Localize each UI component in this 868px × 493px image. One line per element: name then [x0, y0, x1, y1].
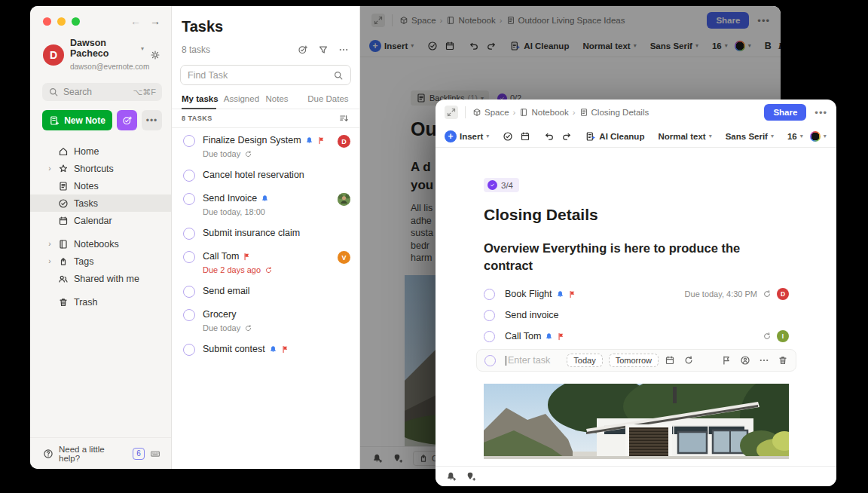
- sidebar-item-notebooks[interactable]: ›Notebooks: [30, 235, 171, 253]
- task-checkbox[interactable]: [183, 251, 195, 263]
- due-tomorrow-chip[interactable]: Tomorrow: [609, 354, 659, 367]
- recurrence-icon[interactable]: [683, 355, 694, 366]
- settings-gear-icon[interactable]: [150, 50, 160, 60]
- zoom-window-button[interactable]: [72, 17, 80, 26]
- new-note-button[interactable]: New Note: [42, 110, 112, 130]
- history-back-button[interactable]: ←: [130, 15, 141, 27]
- task-row[interactable]: Submit insurance claim: [172, 221, 359, 244]
- sidebar-item-tags[interactable]: ›Tags: [30, 253, 171, 270]
- sidebar-item-shared-with-me[interactable]: Shared with me: [30, 270, 171, 287]
- task-checkbox[interactable]: [183, 228, 195, 240]
- sidebar-item-trash[interactable]: Trash: [30, 293, 171, 311]
- breadcrumb-item-space[interactable]: Space: [472, 108, 509, 117]
- find-task-input[interactable]: Find Task: [180, 65, 351, 85]
- help-label[interactable]: Need a little help?: [59, 445, 127, 463]
- panel-more-icon[interactable]: [338, 44, 349, 55]
- insert-calendar-button[interactable]: [445, 41, 455, 51]
- task-row[interactable]: Book FlightDue today, 4:30 PMD: [484, 283, 789, 305]
- font-size-dropdown[interactable]: 16▾: [712, 41, 728, 51]
- ai-cleanup-button[interactable]: AI Cleanup: [585, 131, 644, 142]
- task-checkbox[interactable]: [183, 170, 195, 182]
- text-color-dropdown[interactable]: ▾: [810, 131, 827, 142]
- task-row[interactable]: Cancel hotel reservation: [172, 163, 359, 186]
- note-heading[interactable]: Overview Everything is here to produce t…: [484, 240, 761, 274]
- paragraph-style-dropdown[interactable]: Normal text▾: [582, 41, 636, 51]
- filter-icon[interactable]: [318, 44, 329, 55]
- bold-button[interactable]: B: [765, 41, 772, 51]
- insert-button[interactable]: +Insert▾: [369, 40, 414, 52]
- task-row[interactable]: GroceryDue today: [172, 302, 359, 337]
- flag-icon[interactable]: [721, 355, 732, 366]
- paragraph-style-dropdown[interactable]: Normal text▾: [658, 132, 711, 141]
- sort-icon[interactable]: [338, 113, 349, 124]
- task-checkbox[interactable]: [183, 135, 195, 147]
- breadcrumb-item-notebook[interactable]: Notebook: [519, 108, 568, 117]
- insert-button[interactable]: +Insert▾: [445, 130, 489, 142]
- font-family-dropdown[interactable]: Sans Serif▾: [726, 132, 774, 141]
- help-icon[interactable]: [43, 449, 53, 459]
- calendar-icon[interactable]: [665, 355, 675, 366]
- font-family-dropdown[interactable]: Sans Serif▾: [650, 41, 698, 51]
- task-row[interactable]: Finalize Design SystemDue todayD: [172, 128, 359, 163]
- sidebar-item-home[interactable]: Home: [30, 142, 171, 160]
- sidebar-item-calendar[interactable]: Calendar: [30, 212, 171, 229]
- breadcrumb-item-notebook[interactable]: Notebook: [446, 16, 495, 25]
- add-task-icon[interactable]: [298, 44, 308, 55]
- undo-button[interactable]: [544, 131, 555, 142]
- sidebar-item-tasks[interactable]: Tasks: [30, 194, 171, 212]
- search-input[interactable]: Search ⌥⌘F: [42, 83, 162, 101]
- task-row[interactable]: Call TomDue 2 days agoV: [172, 244, 359, 279]
- task-checkbox[interactable]: [484, 289, 495, 300]
- ai-cleanup-button[interactable]: AI Cleanup: [510, 41, 569, 51]
- redo-button[interactable]: [561, 131, 572, 142]
- font-size-dropdown[interactable]: 16▾: [787, 132, 803, 141]
- text-color-dropdown[interactable]: ▾: [735, 41, 751, 51]
- close-window-button[interactable]: [43, 17, 51, 26]
- undo-button[interactable]: [469, 41, 479, 51]
- breadcrumb-item-outdoor-living-space-ideas[interactable]: Outdoor Living Space Ideas: [506, 16, 625, 25]
- tab-assigned[interactable]: Assigned: [224, 94, 266, 109]
- add-location-icon[interactable]: [466, 471, 476, 482]
- task-checkbox[interactable]: [183, 344, 195, 356]
- trash-icon[interactable]: [778, 355, 788, 366]
- task-checkbox[interactable]: [183, 309, 195, 321]
- new-task-input-row[interactable]: Enter task Today Tomorrow: [476, 349, 796, 372]
- breadcrumb-item-closing-details[interactable]: Closing Details: [579, 108, 649, 117]
- insert-task-button[interactable]: [427, 41, 438, 51]
- tab-due-dates[interactable]: Due Dates: [307, 94, 350, 109]
- share-button[interactable]: Share: [707, 12, 749, 29]
- expand-note-icon[interactable]: [371, 14, 385, 27]
- italic-button[interactable]: I: [778, 40, 781, 52]
- account-switcher[interactable]: D Dawson Pacheco▾ dawson@evernote.com: [30, 32, 171, 75]
- note-menu-icon[interactable]: •••: [756, 15, 770, 26]
- breadcrumb-item-space[interactable]: Space: [399, 16, 436, 25]
- redo-button[interactable]: [486, 41, 497, 51]
- assignee-icon[interactable]: [740, 355, 750, 366]
- task-row[interactable]: Send InvoiceDue today, 18:00: [172, 186, 359, 221]
- add-location-icon[interactable]: [393, 453, 403, 464]
- task-checkbox[interactable]: [183, 286, 195, 298]
- house-photo[interactable]: [484, 384, 789, 459]
- tab-my-tasks[interactable]: My tasks: [182, 94, 224, 109]
- sidebar-more-button[interactable]: •••: [142, 110, 162, 130]
- expand-note-icon[interactable]: [445, 106, 458, 119]
- task-row[interactable]: Send email: [172, 279, 359, 302]
- more-icon[interactable]: [759, 355, 769, 366]
- insert-calendar-button[interactable]: [520, 131, 530, 142]
- new-task-button[interactable]: [117, 110, 137, 130]
- reminder-icon[interactable]: [702, 355, 713, 366]
- share-button[interactable]: Share: [764, 104, 806, 121]
- due-today-chip[interactable]: Today: [567, 354, 602, 367]
- task-checkbox[interactable]: [484, 310, 495, 321]
- history-forward-button[interactable]: →: [150, 15, 160, 27]
- sidebar-item-shortcuts[interactable]: ›Shortcuts: [30, 160, 171, 177]
- task-row[interactable]: Send invoice: [484, 305, 789, 326]
- keyboard-shortcuts-icon[interactable]: [150, 449, 160, 459]
- task-row[interactable]: Submit contest: [172, 337, 359, 360]
- note-menu-icon[interactable]: •••: [813, 107, 827, 118]
- task-checkbox[interactable]: [484, 331, 495, 342]
- tab-notes[interactable]: Notes: [266, 94, 308, 109]
- add-reminder-icon[interactable]: [446, 471, 457, 482]
- note-title[interactable]: Closing Details: [484, 206, 789, 224]
- insert-task-button[interactable]: [503, 131, 513, 142]
